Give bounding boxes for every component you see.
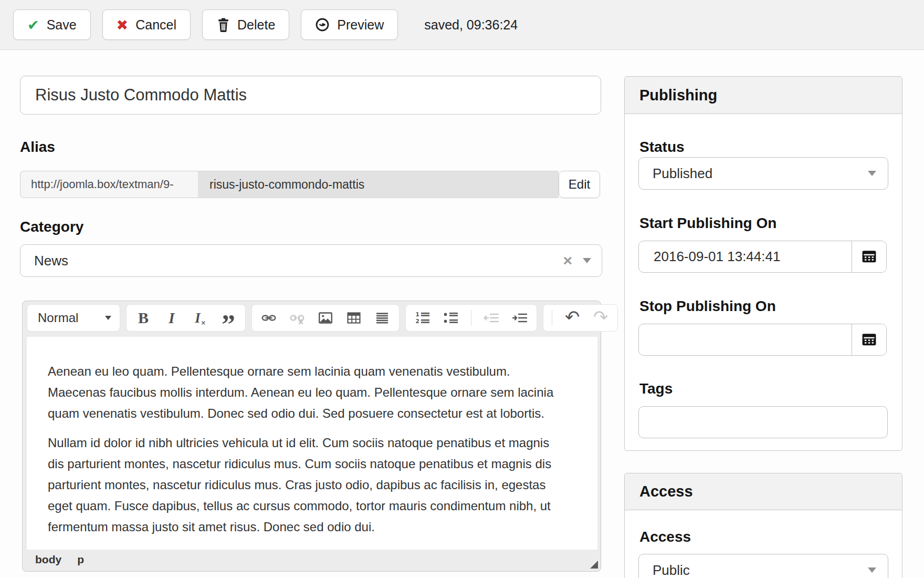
history-group: ↶ ↷ [543, 304, 618, 332]
editor-status-bar: body p [27, 550, 597, 569]
toolbar-separator [471, 310, 471, 326]
list-group: 12 [405, 304, 537, 332]
publishing-panel: Publishing Status Published Start Publis… [624, 76, 902, 451]
stop-publishing-input-group [638, 324, 887, 356]
alias-edit-button[interactable]: Edit [559, 171, 600, 198]
stop-publishing-input[interactable] [639, 324, 852, 355]
status-label: Status [639, 139, 685, 156]
editor-toolbar: Normal B I I× ” [27, 304, 618, 333]
chevron-down-icon [583, 258, 591, 263]
chevron-down-icon [105, 316, 111, 320]
table-icon[interactable] [345, 308, 362, 327]
category-select[interactable]: News × [20, 244, 602, 277]
indent-icon[interactable] [511, 308, 528, 327]
access-panel: Access Access Public [624, 473, 902, 578]
access-selected-value: Public [653, 562, 690, 578]
start-publishing-input[interactable]: 2016-09-01 13:44:41 [639, 241, 852, 272]
alias-value-field: risus-justo-commondo-mattis [198, 171, 559, 198]
alias-row: http://joomla.box/textman/9- risus-justo… [20, 171, 600, 198]
trash-icon [216, 17, 230, 33]
delete-button[interactable]: Delete [202, 9, 289, 40]
italic-icon[interactable]: I [163, 308, 180, 327]
status-select[interactable]: Published [638, 157, 888, 190]
numbered-list-icon[interactable]: 12 [414, 308, 431, 327]
x-mark-icon: ✖ [117, 18, 129, 32]
eye-icon [315, 17, 330, 32]
svg-text:1: 1 [416, 311, 419, 317]
link-icon[interactable] [260, 308, 277, 327]
calendar-icon [861, 331, 877, 349]
delete-button-label: Delete [237, 17, 275, 33]
category-label: Category [20, 219, 83, 235]
save-status-text: saved, 09:36:24 [424, 17, 518, 33]
format-dropdown[interactable]: Normal [27, 304, 120, 332]
format-dropdown-value: Normal [38, 311, 78, 325]
category-selected-value: News [20, 253, 563, 269]
calendar-button[interactable] [852, 241, 886, 272]
cancel-button[interactable]: ✖ Cancel [102, 9, 191, 40]
bold-icon[interactable]: B [135, 308, 152, 327]
undo-icon[interactable]: ↶ [564, 308, 581, 327]
chevron-down-icon [868, 567, 876, 573]
article-edit-page: ✔ Save ✖ Cancel Delete [0, 0, 924, 578]
cancel-button-label: Cancel [135, 17, 176, 33]
element-path-p[interactable]: p [77, 553, 84, 566]
preview-button[interactable]: Preview [301, 9, 398, 40]
editor-content-area[interactable]: Aenean eu leo quam. Pellentesque ornare … [27, 337, 597, 550]
access-select[interactable]: Public [638, 554, 888, 578]
access-label: Access [639, 529, 691, 545]
save-button-label: Save [47, 17, 77, 33]
stop-publishing-label: Stop Publishing On [639, 298, 776, 315]
preview-button-label: Preview [337, 17, 384, 33]
insert-group [251, 304, 400, 332]
outdent-icon [483, 308, 500, 327]
start-publishing-label: Start Publishing On [639, 215, 776, 232]
tags-label: Tags [639, 380, 673, 397]
text-style-group: B I I× ” [126, 304, 246, 332]
publishing-panel-title: Publishing [625, 77, 902, 114]
check-icon: ✔ [27, 18, 39, 32]
tags-input[interactable] [638, 406, 888, 438]
alias-url-prefix: http://joomla.box/textman/9- [20, 171, 198, 198]
calendar-icon [861, 248, 877, 266]
editor-paragraph: Aenean eu leo quam. Pellentesque ornare … [48, 361, 565, 424]
element-path-body[interactable]: body [35, 553, 61, 566]
bulleted-list-icon[interactable] [443, 308, 459, 327]
chevron-down-icon [868, 171, 876, 176]
justify-icon[interactable] [374, 308, 391, 327]
remove-format-icon[interactable]: I× [192, 308, 208, 327]
action-toolbar: ✔ Save ✖ Cancel Delete [0, 0, 924, 50]
save-button[interactable]: ✔ Save [13, 9, 91, 40]
start-publishing-input-group: 2016-09-01 13:44:41 [638, 241, 887, 273]
status-selected-value: Published [653, 166, 712, 182]
rich-text-editor: Normal B I I× ” [22, 301, 601, 572]
resize-grip[interactable] [590, 561, 598, 569]
unlink-icon [289, 308, 306, 327]
redo-icon: ↷ [592, 308, 609, 327]
alias-label: Alias [20, 139, 55, 156]
editor-paragraph: Nullam id dolor id nibh ultricies vehicu… [48, 432, 565, 538]
calendar-button[interactable] [852, 324, 886, 355]
image-icon[interactable] [317, 308, 334, 327]
svg-text:2: 2 [416, 318, 419, 324]
title-input[interactable] [20, 76, 601, 115]
clear-category-icon[interactable]: × [563, 253, 572, 269]
toolbar-separator [552, 310, 552, 326]
access-panel-title: Access [625, 473, 902, 510]
block-quote-icon[interactable]: ” [220, 308, 237, 327]
